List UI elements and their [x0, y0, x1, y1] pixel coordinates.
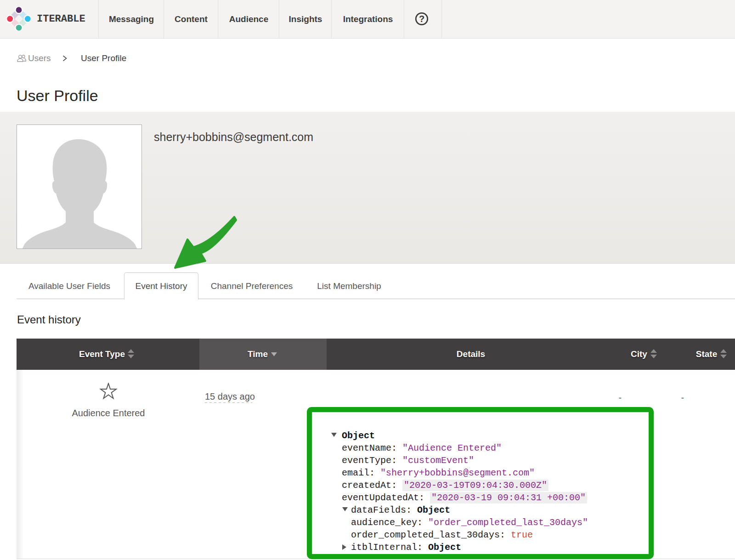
- svg-text:?: ?: [419, 14, 424, 24]
